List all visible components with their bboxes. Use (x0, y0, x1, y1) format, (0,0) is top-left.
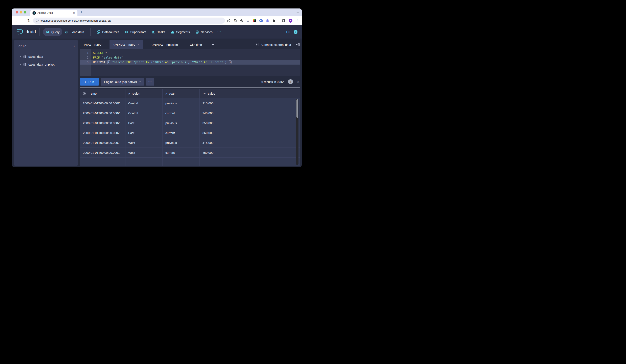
password-manager-icon[interactable] (259, 19, 263, 22)
nav-item-label: Query (51, 30, 59, 34)
workbench-tab-with-time[interactable]: with time (186, 40, 206, 49)
nav-item-load-data[interactable]: Load data (62, 28, 87, 36)
tab-close-icon[interactable]: × (73, 11, 75, 14)
run-button[interactable]: ▶ Run (80, 78, 99, 85)
query-more-button[interactable]: ••• (146, 78, 154, 85)
table-cell[interactable]: West (125, 138, 162, 148)
close-results-icon[interactable]: × (297, 80, 299, 84)
druid-logo[interactable]: druid (16, 29, 36, 35)
table-cell[interactable]: 415,000 (200, 138, 230, 148)
line-number: 1 (80, 51, 91, 55)
results-scrollbar-thumb[interactable] (296, 99, 298, 118)
share-icon[interactable] (227, 19, 230, 22)
datasources-icon (97, 30, 100, 34)
sidebar-table-item[interactable]: sales_data_unpivot (14, 61, 78, 68)
schema-title: druid (19, 44, 26, 48)
table-cell-filler (230, 158, 300, 166)
translate-icon[interactable]: G (234, 19, 237, 22)
nav-item-services[interactable]: Services (193, 28, 215, 36)
nav-item-tasks[interactable]: Tasks (149, 28, 168, 36)
string-type-icon: A (128, 92, 130, 95)
column-header-label: sales (208, 92, 215, 95)
nav-item-datasources[interactable]: Datasources (94, 28, 122, 36)
nav-item-segments[interactable]: Segments (168, 28, 193, 36)
asterisk-extension-icon[interactable] (266, 19, 269, 22)
table-cell[interactable]: 240,000 (200, 108, 230, 118)
table-cell[interactable]: East (125, 128, 162, 138)
string-type-icon: A (165, 92, 167, 95)
table-cell[interactable]: current (162, 108, 200, 118)
sidebar-toggle-icon[interactable] (282, 19, 285, 22)
engine-select-button[interactable]: Engine: auto (sql-native) ▾ (101, 78, 144, 85)
address-bar[interactable]: ⓘ localhost:8888/unified-console.html#wo… (33, 18, 225, 24)
table-cell-filler (230, 108, 300, 118)
download-results-icon[interactable]: ↓ (288, 79, 293, 84)
zoom-window-button[interactable] (24, 11, 26, 13)
table-cell-filler (230, 138, 300, 148)
collapse-panel-button[interactable] (296, 40, 300, 49)
table-row: 2000-01-01T00:00:00.000ZCentralcurrent24… (80, 108, 300, 118)
table-cell[interactable]: previous (162, 118, 200, 128)
table-cell[interactable]: current (162, 128, 200, 138)
toolbar-divider (279, 19, 279, 23)
table-cell[interactable]: 2000-01-01T00:00:00.000Z (80, 128, 125, 138)
table-cell[interactable]: 2000-01-01T00:00:00.000Z (80, 118, 125, 128)
sql-editor[interactable]: 1SELECT *2FROM "sales_data"3UNPIVOT ( "s… (80, 49, 300, 76)
chevron-right-icon[interactable] (19, 63, 21, 66)
minimize-window-button[interactable] (20, 11, 22, 13)
zoom-icon[interactable] (240, 19, 243, 22)
extensions-puzzle-icon[interactable] (272, 19, 275, 22)
table-cell[interactable]: 2000-01-01T00:00:00.000Z (80, 108, 125, 118)
column-header-__time[interactable]: __time (80, 89, 125, 98)
table-tree: sales_data sales_data_unpivot (14, 53, 78, 68)
table-cell[interactable]: Central (125, 108, 162, 118)
workbench-tab-pivot-query[interactable]: PIVOT query (80, 40, 105, 49)
table-cell[interactable]: 450,000 (200, 148, 230, 157)
table-cell[interactable]: previous (162, 98, 200, 108)
table-cell[interactable]: 360,000 (200, 128, 230, 138)
table-cell[interactable]: 2000-01-01T00:00:00.000Z (80, 138, 125, 148)
table-cell[interactable]: 350,000 (200, 118, 230, 128)
close-window-button[interactable] (16, 11, 18, 13)
chevron-right-icon[interactable] (19, 55, 21, 58)
nav-overflow-button[interactable]: ••• (215, 31, 224, 34)
table-cell[interactable]: current (162, 148, 200, 157)
nav-item-supervisors[interactable]: Supervisors (122, 28, 149, 36)
forward-button[interactable]: → (20, 19, 26, 23)
table-cell[interactable]: previous (162, 138, 200, 148)
pane-splitter-handle[interactable] (80, 87, 300, 88)
browser-menu-icon[interactable]: ⋮ (296, 19, 299, 23)
extension-icon[interactable] (253, 19, 256, 22)
table-cell[interactable]: East (125, 118, 162, 128)
back-button[interactable]: ← (15, 19, 20, 23)
add-query-tab-button[interactable]: + (212, 40, 214, 49)
browser-tab[interactable]: Apache Druid × (30, 10, 78, 16)
settings-gear-icon[interactable]: ⚙ (286, 30, 290, 34)
table-cell[interactable]: 2000-01-01T00:00:00.000Z (80, 98, 125, 108)
table-cell[interactable]: 2000-01-01T00:00:00.000Z (80, 148, 125, 157)
column-header-region[interactable]: Aregion (125, 89, 162, 98)
sort-icon[interactable]: ▲▼ (74, 45, 75, 47)
workbench-tab-unpivot-query[interactable]: UNPIVOT query× (110, 40, 143, 49)
tab-search-chevron-icon[interactable] (296, 11, 299, 13)
site-info-icon[interactable]: ⓘ (36, 19, 39, 22)
new-tab-button[interactable]: + (80, 10, 82, 14)
connect-external-data-label: Connect external data (261, 43, 291, 46)
profile-avatar[interactable]: H (289, 19, 292, 23)
results-scrollbar-track[interactable] (296, 99, 299, 165)
sidebar-table-item[interactable]: sales_data (14, 53, 78, 61)
help-icon[interactable]: ? (294, 30, 297, 34)
nav-item-query[interactable]: Query (43, 28, 62, 36)
connect-external-data-button[interactable]: Connect external data (256, 40, 296, 49)
workbench-tab-unpivot-ingestion[interactable]: UNPIVOT ingestion (148, 40, 182, 49)
tab-close-icon[interactable]: × (138, 43, 140, 46)
bookmark-star-icon[interactable]: ☆ (246, 19, 249, 22)
table-cell[interactable]: West (125, 148, 162, 157)
play-icon: ▶ (85, 81, 86, 83)
nav-divider (39, 28, 39, 36)
column-header-year[interactable]: Ayear (162, 89, 200, 98)
table-cell[interactable]: Central (125, 98, 162, 108)
table-cell[interactable]: 215,000 (200, 98, 230, 108)
reload-button[interactable]: ↻ (26, 18, 32, 23)
column-header-sales[interactable]: 123sales (200, 89, 230, 98)
